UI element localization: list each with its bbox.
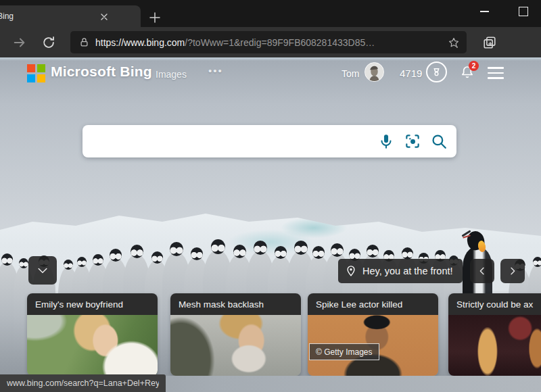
new-tab-button[interactable] bbox=[147, 10, 162, 25]
bing-header: Microsoft Bing Images ••• Tom 4719 2 bbox=[0, 57, 541, 91]
user-name[interactable]: Tom bbox=[342, 68, 359, 79]
news-card-image bbox=[448, 315, 541, 376]
user-avatar[interactable] bbox=[364, 62, 384, 82]
microsoft-logo-icon[interactable] bbox=[27, 64, 45, 82]
carousel-next-button[interactable] bbox=[500, 259, 525, 283]
browser-toolbar: https://www.bing.com/?toWww=1&redig=89F9… bbox=[0, 27, 541, 57]
more-menu-icon[interactable]: ••• bbox=[208, 65, 223, 76]
news-card[interactable]: Emily's new boyfriend bbox=[27, 293, 158, 376]
visual-search-icon[interactable] bbox=[404, 132, 421, 150]
link-status-bar: www.bing.com/search?q=Lana+Del+Rey+… bbox=[0, 374, 166, 392]
favorite-star-icon[interactable] bbox=[448, 36, 460, 49]
image-location-tooltip[interactable]: Hey, you at the front! bbox=[338, 259, 463, 283]
lock-icon bbox=[79, 36, 89, 48]
search-input[interactable] bbox=[83, 125, 377, 157]
bing-logo-text[interactable]: Microsoft Bing bbox=[51, 64, 152, 80]
tab-title: Bing bbox=[0, 11, 14, 21]
tab-bar: Bing bbox=[0, 0, 541, 27]
url-text: https://www.bing.com/?toWww=1&redig=89F9… bbox=[95, 37, 441, 48]
news-card-image: © Getty Images bbox=[308, 315, 438, 376]
news-card-title: Emily's new boyfriend bbox=[27, 293, 158, 315]
window-minimize-button[interactable] bbox=[469, 0, 499, 23]
nav-images-link[interactable]: Images bbox=[156, 69, 187, 80]
address-bar[interactable]: https://www.bing.com/?toWww=1&redig=89F9… bbox=[70, 31, 467, 53]
refresh-icon[interactable] bbox=[40, 34, 57, 51]
voice-search-icon[interactable] bbox=[377, 132, 395, 150]
window-maximize-button[interactable] bbox=[509, 0, 538, 23]
notification-count-badge: 2 bbox=[469, 61, 479, 71]
browser-tab[interactable]: Bing bbox=[0, 5, 141, 27]
news-card-image bbox=[27, 315, 158, 376]
news-card[interactable]: Mesh mask backlash bbox=[170, 293, 301, 376]
search-icon[interactable] bbox=[430, 132, 448, 150]
rewards-points[interactable]: 4719 bbox=[400, 68, 422, 79]
browser-window: Bing https://www.bing.com/?toWww=1&redig… bbox=[0, 0, 541, 392]
forward-icon[interactable] bbox=[11, 34, 28, 51]
status-url: www.bing.com/search?q=Lana+Del+Rey+… bbox=[7, 378, 159, 388]
bing-homepage: Microsoft Bing Images ••• Tom 4719 2 bbox=[0, 57, 541, 392]
tooltip-text: Hey, you at the front! bbox=[362, 266, 453, 276]
tab-close-icon[interactable] bbox=[98, 11, 110, 22]
news-card-title: Spike Lee actor killed bbox=[308, 293, 438, 315]
search-bar bbox=[83, 125, 456, 157]
image-credit-badge: © Getty Images bbox=[309, 343, 379, 360]
hamburger-menu-icon[interactable] bbox=[488, 67, 504, 79]
news-card[interactable]: Spike Lee actor killed © Getty Images bbox=[308, 293, 438, 376]
news-card-title: Mesh mask backlash bbox=[170, 293, 301, 315]
collapse-carousel-button[interactable] bbox=[28, 256, 57, 285]
collections-icon[interactable] bbox=[481, 34, 498, 51]
news-card-title: Strictly could be ax bbox=[448, 293, 541, 315]
carousel-prev-button[interactable] bbox=[470, 259, 494, 283]
location-pin-icon bbox=[345, 265, 357, 277]
news-card[interactable]: Strictly could be ax bbox=[448, 293, 541, 376]
rewards-medal-icon[interactable] bbox=[426, 62, 447, 82]
news-card-image bbox=[170, 315, 301, 376]
